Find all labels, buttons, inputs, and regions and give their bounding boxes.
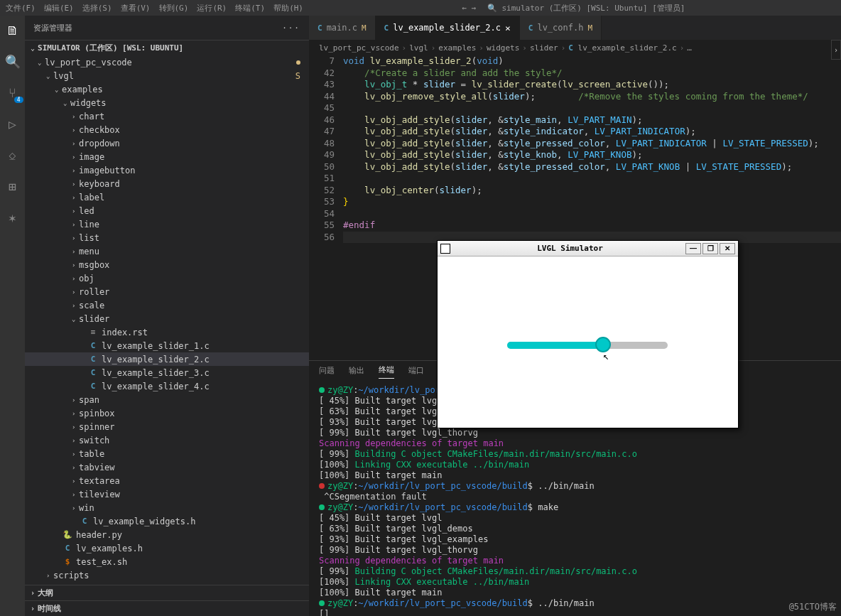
- simulator-window[interactable]: LVGL Simulator — ❐ ✕ ↖: [437, 240, 739, 428]
- file-icon: 🐍: [62, 530, 73, 539]
- tree-item[interactable]: ›scripts: [25, 568, 309, 582]
- panel-tab[interactable]: 端口: [408, 365, 424, 379]
- sidebar-section[interactable]: ›时间线: [25, 600, 309, 616]
- nav-back-forward[interactable]: ← →: [462, 4, 477, 13]
- command-center[interactable]: simulator (工作区) [WSL: Ubuntu] [管理员]: [501, 3, 685, 13]
- editor-tab[interactable]: Clv_conf.hM: [520, 16, 602, 40]
- maximize-button[interactable]: ❐: [702, 243, 718, 254]
- tree-item[interactable]: ›tabview: [25, 460, 309, 474]
- tree-label: textarea: [79, 476, 120, 486]
- breadcrumb-item[interactable]: lvgl: [409, 43, 428, 53]
- breadcrumb-item[interactable]: slider: [530, 43, 558, 53]
- testing-icon[interactable]: ✶: [4, 209, 21, 226]
- tree-item[interactable]: $test_ex.sh: [25, 555, 309, 568]
- menu-item[interactable]: 终端(T): [235, 4, 265, 13]
- tree-item[interactable]: ›checkbox: [25, 123, 309, 136]
- panel-tab[interactable]: 输出: [349, 365, 364, 379]
- tree-item[interactable]: Clv_example_slider_4.c: [25, 379, 309, 393]
- tree-item[interactable]: ›textarea: [25, 474, 309, 487]
- tree-item[interactable]: Clv_examples.h: [25, 541, 309, 555]
- chevron-icon: ›: [72, 450, 79, 458]
- tree-item[interactable]: ›keyboard: [25, 177, 309, 190]
- tree-item[interactable]: ›dropdown: [25, 136, 309, 150]
- breadcrumb-item[interactable]: examples: [438, 43, 476, 53]
- menu-item[interactable]: 帮助(H): [273, 4, 303, 13]
- menu-item[interactable]: 查看(V): [121, 4, 151, 13]
- close-button[interactable]: ✕: [720, 243, 735, 254]
- tree-item[interactable]: Clv_example_widgets.h: [25, 514, 309, 528]
- more-icon[interactable]: ···: [282, 23, 300, 33]
- editor-tab[interactable]: Cmain.cM: [309, 16, 376, 40]
- tree-item[interactable]: ›menu: [25, 244, 309, 258]
- remote-icon[interactable]: ⎐: [4, 146, 21, 163]
- explorer-icon[interactable]: 🗎: [4, 21, 21, 38]
- tree-item[interactable]: ›obj: [25, 271, 309, 285]
- slider-indicator: [507, 342, 602, 349]
- sidebar-section[interactable]: ⌄ SIMULATOR (工作区) [WSL: UBUNTU]: [25, 40, 309, 55]
- tree-item[interactable]: ⌄widgets: [25, 96, 309, 109]
- menu-item[interactable]: 转到(G): [159, 4, 189, 13]
- sidebar-section[interactable]: ›大纲: [25, 585, 309, 600]
- tree-item[interactable]: ›list: [25, 231, 309, 244]
- terminal-line: zy@ZY:~/workdir/lv_port_pc_vscode/build$…: [319, 481, 831, 492]
- chevron-icon: ›: [72, 423, 79, 431]
- close-icon[interactable]: ×: [505, 23, 511, 33]
- editor-tab[interactable]: Clv_example_slider_2.c×: [376, 16, 520, 40]
- tree-item[interactable]: ›switch: [25, 433, 309, 447]
- tree-item[interactable]: ›win: [25, 501, 309, 514]
- tree-item[interactable]: ›line: [25, 217, 309, 231]
- terminal-line: [ 99%] Building C object CMakeFiles/main…: [319, 449, 831, 460]
- app-icon: [440, 244, 450, 254]
- tree-item[interactable]: Clv_example_slider_3.c: [25, 366, 309, 379]
- source-control-icon[interactable]: ⑂4: [4, 84, 21, 101]
- search-icon[interactable]: 🔍: [4, 53, 21, 70]
- tree-label: dropdown: [79, 139, 120, 148]
- terminal-line: ^CSegmentation fault: [319, 492, 831, 502]
- tree-label: widgets: [70, 98, 107, 108]
- expand-chevron-icon[interactable]: ›: [831, 40, 841, 60]
- tree-item[interactable]: ≡index.rst: [25, 325, 309, 339]
- tree-item[interactable]: ›chart: [25, 109, 309, 123]
- menu-item[interactable]: 文件(F): [6, 4, 36, 13]
- tree-item[interactable]: ›tileview: [25, 487, 309, 501]
- tree-item[interactable]: ›led: [25, 204, 309, 217]
- tree-item[interactable]: Clv_example_slider_2.c: [25, 352, 309, 366]
- menu-item[interactable]: 运行(R): [197, 4, 227, 13]
- breadcrumb-item[interactable]: C lv_example_slider_2.c: [568, 43, 676, 53]
- breadcrumb-item[interactable]: lv_port_pc_vscode: [319, 43, 399, 53]
- panel-tab[interactable]: 问题: [319, 365, 335, 379]
- tree-label: keyboard: [79, 179, 120, 189]
- chevron-icon: ›: [72, 396, 79, 404]
- minimize-button[interactable]: —: [685, 243, 701, 254]
- breadcrumb-item[interactable]: …: [687, 43, 692, 53]
- breadcrumb-item[interactable]: widgets: [487, 43, 519, 53]
- run-debug-icon[interactable]: ▷: [4, 115, 21, 132]
- tree-label: lv_example_widgets.h: [93, 517, 196, 526]
- tree-item[interactable]: ›spinner: [25, 420, 309, 433]
- breadcrumb[interactable]: lv_port_pc_vscode›lvgl›examples›widgets›…: [309, 40, 841, 55]
- tree-item[interactable]: ⌄lv_port_pc_vscode: [25, 55, 309, 69]
- tree-label: lv_example_slider_2.c: [102, 355, 210, 364]
- tree-item[interactable]: ›imagebutton: [25, 163, 309, 177]
- search-icon: 🔍: [487, 4, 497, 13]
- tree-item[interactable]: ›msgbox: [25, 258, 309, 271]
- tree-item[interactable]: ›span: [25, 393, 309, 406]
- tree-item[interactable]: 🐍header.py: [25, 528, 309, 541]
- extensions-icon[interactable]: ⊞: [4, 178, 21, 195]
- tree-item[interactable]: ›scale: [25, 298, 309, 312]
- tree-item[interactable]: ›image: [25, 150, 309, 163]
- tree-item[interactable]: ›spinbox: [25, 406, 309, 420]
- menu-item[interactable]: 编辑(E): [44, 4, 74, 13]
- tree-item[interactable]: ⌄slider: [25, 312, 309, 325]
- chevron-icon: ›: [72, 437, 79, 444]
- tree-item[interactable]: Clv_example_slider_1.c: [25, 339, 309, 352]
- tree-item[interactable]: ›table: [25, 447, 309, 460]
- tree-item[interactable]: ›label: [25, 190, 309, 204]
- tree-item[interactable]: ⌄examples: [25, 82, 309, 96]
- tree-item[interactable]: ⌄lvglS: [25, 69, 309, 82]
- tree-label: spinbox: [79, 409, 115, 418]
- menu-item[interactable]: 选择(S): [82, 4, 112, 13]
- panel-tab[interactable]: 终端: [379, 364, 394, 379]
- simulator-titlebar[interactable]: LVGL Simulator — ❐ ✕: [438, 241, 738, 256]
- tree-item[interactable]: ›roller: [25, 285, 309, 298]
